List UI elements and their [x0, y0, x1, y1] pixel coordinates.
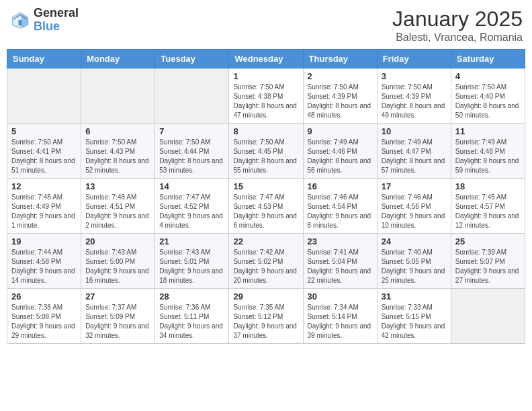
calendar-cell: 27Sunrise: 7:37 AM Sunset: 5:09 PM Dayli…: [81, 289, 155, 344]
day-number: 13: [85, 181, 150, 191]
calendar-cell: 16Sunrise: 7:46 AM Sunset: 4:54 PM Dayli…: [303, 179, 377, 234]
day-info: Sunrise: 7:50 AM Sunset: 4:38 PM Dayligh…: [233, 83, 298, 120]
day-info: Sunrise: 7:43 AM Sunset: 5:01 PM Dayligh…: [159, 248, 224, 285]
calendar-cell: 3Sunrise: 7:50 AM Sunset: 4:39 PM Daylig…: [377, 68, 451, 124]
day-info: Sunrise: 7:43 AM Sunset: 5:00 PM Dayligh…: [85, 248, 150, 285]
calendar-cell: [451, 289, 525, 344]
calendar-week-1: 1Sunrise: 7:50 AM Sunset: 4:38 PM Daylig…: [7, 68, 525, 124]
day-number: 15: [233, 181, 298, 191]
day-info: Sunrise: 7:47 AM Sunset: 4:52 PM Dayligh…: [159, 193, 224, 230]
day-info: Sunrise: 7:50 AM Sunset: 4:41 PM Dayligh…: [11, 138, 77, 175]
day-info: Sunrise: 7:47 AM Sunset: 4:53 PM Dayligh…: [233, 193, 298, 230]
calendar-cell: 1Sunrise: 7:50 AM Sunset: 4:38 PM Daylig…: [229, 68, 303, 124]
logo-blue-text: Blue: [34, 20, 79, 34]
calendar-cell: 26Sunrise: 7:38 AM Sunset: 5:08 PM Dayli…: [7, 289, 81, 344]
weekday-header-tuesday: Tuesday: [155, 50, 229, 68]
calendar-cell: 23Sunrise: 7:41 AM Sunset: 5:04 PM Dayli…: [303, 234, 377, 289]
day-number: 12: [11, 181, 77, 191]
weekday-header-thursday: Thursday: [303, 50, 377, 68]
calendar-cell: 21Sunrise: 7:43 AM Sunset: 5:01 PM Dayli…: [155, 234, 229, 289]
day-number: 11: [455, 126, 521, 136]
calendar-title: January 2025: [392, 7, 523, 32]
day-info: Sunrise: 7:46 AM Sunset: 4:54 PM Dayligh…: [308, 193, 373, 230]
calendar-cell: [7, 68, 81, 124]
day-info: Sunrise: 7:41 AM Sunset: 5:04 PM Dayligh…: [308, 248, 373, 285]
weekday-header-wednesday: Wednesday: [229, 50, 303, 68]
calendar-week-3: 12Sunrise: 7:48 AM Sunset: 4:49 PM Dayli…: [7, 179, 525, 234]
day-info: Sunrise: 7:49 AM Sunset: 4:46 PM Dayligh…: [308, 138, 373, 175]
calendar-cell: 7Sunrise: 7:50 AM Sunset: 4:44 PM Daylig…: [155, 124, 229, 179]
calendar-cell: 29Sunrise: 7:35 AM Sunset: 5:12 PM Dayli…: [229, 289, 303, 344]
calendar-cell: 4Sunrise: 7:50 AM Sunset: 4:40 PM Daylig…: [451, 68, 525, 124]
weekday-header-friday: Friday: [377, 50, 451, 68]
day-info: Sunrise: 7:34 AM Sunset: 5:14 PM Dayligh…: [308, 303, 373, 340]
calendar-week-2: 5Sunrise: 7:50 AM Sunset: 4:41 PM Daylig…: [7, 124, 525, 179]
day-number: 9: [308, 126, 373, 136]
calendar-cell: 30Sunrise: 7:34 AM Sunset: 5:14 PM Dayli…: [303, 289, 377, 344]
calendar-cell: 18Sunrise: 7:45 AM Sunset: 4:57 PM Dayli…: [451, 179, 525, 234]
day-info: Sunrise: 7:50 AM Sunset: 4:39 PM Dayligh…: [382, 83, 447, 120]
day-number: 18: [455, 181, 521, 191]
day-info: Sunrise: 7:48 AM Sunset: 4:49 PM Dayligh…: [11, 193, 77, 230]
calendar-cell: 6Sunrise: 7:50 AM Sunset: 4:43 PM Daylig…: [81, 124, 155, 179]
day-number: 25: [455, 236, 521, 246]
day-info: Sunrise: 7:39 AM Sunset: 5:07 PM Dayligh…: [455, 248, 521, 285]
day-number: 23: [308, 236, 373, 246]
svg-rect-3: [19, 20, 22, 26]
day-number: 4: [455, 71, 521, 81]
day-number: 22: [233, 236, 298, 246]
calendar-cell: 25Sunrise: 7:39 AM Sunset: 5:07 PM Dayli…: [451, 234, 525, 289]
logo-icon: [9, 9, 31, 31]
day-info: Sunrise: 7:48 AM Sunset: 4:51 PM Dayligh…: [85, 193, 150, 230]
day-number: 16: [308, 181, 373, 191]
calendar-cell: 15Sunrise: 7:47 AM Sunset: 4:53 PM Dayli…: [229, 179, 303, 234]
calendar-cell: [81, 68, 155, 124]
day-info: Sunrise: 7:33 AM Sunset: 5:15 PM Dayligh…: [382, 303, 447, 340]
day-number: 19: [11, 236, 77, 246]
day-info: Sunrise: 7:35 AM Sunset: 5:12 PM Dayligh…: [233, 303, 298, 340]
calendar-cell: 12Sunrise: 7:48 AM Sunset: 4:49 PM Dayli…: [7, 179, 81, 234]
calendar-cell: 9Sunrise: 7:49 AM Sunset: 4:46 PM Daylig…: [303, 124, 377, 179]
day-info: Sunrise: 7:38 AM Sunset: 5:08 PM Dayligh…: [11, 303, 77, 340]
day-info: Sunrise: 7:50 AM Sunset: 4:44 PM Dayligh…: [159, 138, 224, 175]
weekday-header-saturday: Saturday: [451, 50, 525, 68]
calendar-cell: 28Sunrise: 7:36 AM Sunset: 5:11 PM Dayli…: [155, 289, 229, 344]
weekday-row: SundayMondayTuesdayWednesdayThursdayFrid…: [7, 50, 525, 68]
calendar-subtitle: Balesti, Vrancea, Romania: [392, 32, 523, 44]
day-info: Sunrise: 7:36 AM Sunset: 5:11 PM Dayligh…: [159, 303, 224, 340]
calendar-cell: [155, 68, 229, 124]
calendar-cell: 2Sunrise: 7:50 AM Sunset: 4:39 PM Daylig…: [303, 68, 377, 124]
day-number: 1: [233, 71, 298, 81]
calendar-cell: 20Sunrise: 7:43 AM Sunset: 5:00 PM Dayli…: [81, 234, 155, 289]
day-number: 5: [11, 126, 77, 136]
day-info: Sunrise: 7:49 AM Sunset: 4:47 PM Dayligh…: [382, 138, 447, 175]
calendar-cell: 24Sunrise: 7:40 AM Sunset: 5:05 PM Dayli…: [377, 234, 451, 289]
weekday-header-monday: Monday: [81, 50, 155, 68]
day-number: 17: [382, 181, 447, 191]
day-number: 26: [11, 291, 77, 302]
day-number: 28: [159, 291, 224, 302]
day-info: Sunrise: 7:50 AM Sunset: 4:40 PM Dayligh…: [455, 83, 521, 120]
calendar-body: 1Sunrise: 7:50 AM Sunset: 4:38 PM Daylig…: [7, 68, 525, 344]
day-number: 20: [85, 236, 150, 246]
day-number: 2: [308, 71, 373, 81]
calendar-cell: 11Sunrise: 7:49 AM Sunset: 4:48 PM Dayli…: [451, 124, 525, 179]
day-number: 3: [382, 71, 447, 81]
day-number: 7: [159, 126, 224, 136]
logo[interactable]: General Blue: [9, 7, 79, 34]
day-number: 27: [85, 291, 150, 302]
calendar-cell: 13Sunrise: 7:48 AM Sunset: 4:51 PM Dayli…: [81, 179, 155, 234]
day-info: Sunrise: 7:40 AM Sunset: 5:05 PM Dayligh…: [382, 248, 447, 285]
page-header: General Blue January 2025 Balesti, Vranc…: [7, 7, 525, 44]
day-info: Sunrise: 7:45 AM Sunset: 4:57 PM Dayligh…: [455, 193, 521, 230]
calendar-week-4: 19Sunrise: 7:44 AM Sunset: 4:58 PM Dayli…: [7, 234, 525, 289]
day-number: 31: [382, 291, 447, 302]
calendar-cell: 31Sunrise: 7:33 AM Sunset: 5:15 PM Dayli…: [377, 289, 451, 344]
day-number: 8: [233, 126, 298, 136]
logo-general-text: General: [34, 7, 79, 20]
day-info: Sunrise: 7:49 AM Sunset: 4:48 PM Dayligh…: [455, 138, 521, 175]
day-number: 6: [85, 126, 150, 136]
day-number: 30: [308, 291, 373, 302]
day-number: 29: [233, 291, 298, 302]
day-number: 10: [382, 126, 447, 136]
